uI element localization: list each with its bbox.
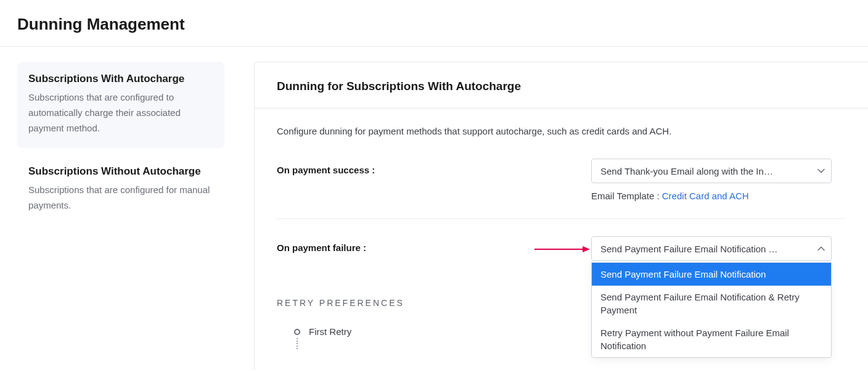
email-template-link[interactable]: Credit Card and ACH [662,191,749,201]
chevron-up-icon [817,244,825,253]
failure-option-retry-no-email[interactable]: Retry Payment without Payment Failure Em… [592,321,831,357]
sidebar: Subscriptions With Autocharge Subscripti… [0,62,235,370]
sidebar-item-without-autocharge[interactable]: Subscriptions Without Autocharge Subscri… [17,154,224,226]
retry-step-node-icon [294,329,300,335]
page-header: Dunning Management [0,0,868,47]
sidebar-item-title: Subscriptions Without Autocharge [28,165,213,178]
failure-action-select[interactable]: Send Payment Failure Email Notification … [591,236,832,261]
sidebar-item-desc: Subscriptions that are configured for ma… [28,183,213,213]
main-panel: Dunning for Subscriptions With Autocharg… [254,62,868,370]
setting-row-payment-success: On payment success : Send Thank-you Emai… [277,159,846,201]
chevron-down-icon [817,167,825,175]
main-panel-body: Configure dunning for payment methods th… [255,109,868,349]
sidebar-item-desc: Subscriptions that are configured to aut… [28,90,213,136]
panel-intro-text: Configure dunning for payment methods th… [277,126,846,136]
body-wrap: Subscriptions With Autocharge Subscripti… [0,47,868,370]
success-action-select[interactable]: Send Thank-you Email along with the In… [591,159,832,183]
page-title: Dunning Management [17,15,851,34]
retry-step-connector [297,338,298,349]
failure-action-dropdown: Send Payment Failure Email Notification … [591,262,832,358]
success-action-selected: Send Thank-you Email along with the In… [600,166,809,176]
email-template-line: Email Template : Credit Card and ACH [591,191,832,201]
divider [277,218,846,219]
main-panel-header: Dunning for Subscriptions With Autocharg… [255,62,868,109]
main-panel-title: Dunning for Subscriptions With Autocharg… [277,80,846,93]
retry-step-label: First Retry [309,326,351,337]
sidebar-item-with-autocharge[interactable]: Subscriptions With Autocharge Subscripti… [17,62,224,148]
failure-option-send-email-retry[interactable]: Send Payment Failure Email Notification … [592,286,831,321]
sidebar-item-title: Subscriptions With Autocharge [28,73,213,85]
setting-control-success: Send Thank-you Email along with the In… … [591,159,832,201]
setting-control-failure: Send Payment Failure Email Notification … [591,236,832,261]
setting-label-success: On payment success : [277,159,591,175]
failure-action-selected: Send Payment Failure Email Notification … [600,244,809,254]
setting-label-failure: On payment failure : [277,236,591,253]
failure-option-send-email[interactable]: Send Payment Failure Email Notification [592,263,831,286]
email-template-label: Email Template : [591,191,662,201]
setting-row-payment-failure: On payment failure : Send Payment Failur… [277,236,846,261]
